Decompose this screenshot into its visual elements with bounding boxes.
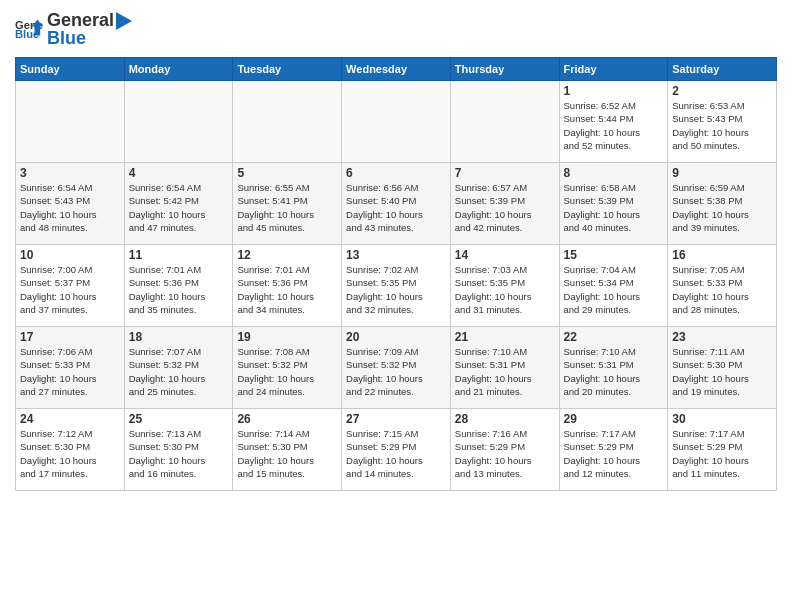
day-info: Sunrise: 6:53 AM Sunset: 5:43 PM Dayligh… <box>672 99 772 152</box>
day-cell: 25Sunrise: 7:13 AM Sunset: 5:30 PM Dayli… <box>124 409 233 491</box>
day-info: Sunrise: 7:08 AM Sunset: 5:32 PM Dayligh… <box>237 345 337 398</box>
page-container: General Blue General Blue SundayMonda <box>0 0 792 496</box>
day-cell: 7Sunrise: 6:57 AM Sunset: 5:39 PM Daylig… <box>450 163 559 245</box>
weekday-header-thursday: Thursday <box>450 58 559 81</box>
day-number: 26 <box>237 412 337 426</box>
day-cell: 12Sunrise: 7:01 AM Sunset: 5:36 PM Dayli… <box>233 245 342 327</box>
day-info: Sunrise: 7:17 AM Sunset: 5:29 PM Dayligh… <box>564 427 664 480</box>
day-number: 30 <box>672 412 772 426</box>
day-cell: 10Sunrise: 7:00 AM Sunset: 5:37 PM Dayli… <box>16 245 125 327</box>
day-cell: 29Sunrise: 7:17 AM Sunset: 5:29 PM Dayli… <box>559 409 668 491</box>
weekday-header-row: SundayMondayTuesdayWednesdayThursdayFrid… <box>16 58 777 81</box>
day-cell: 2Sunrise: 6:53 AM Sunset: 5:43 PM Daylig… <box>668 81 777 163</box>
day-cell: 4Sunrise: 6:54 AM Sunset: 5:42 PM Daylig… <box>124 163 233 245</box>
day-cell: 6Sunrise: 6:56 AM Sunset: 5:40 PM Daylig… <box>342 163 451 245</box>
day-cell <box>124 81 233 163</box>
day-info: Sunrise: 7:03 AM Sunset: 5:35 PM Dayligh… <box>455 263 555 316</box>
day-info: Sunrise: 6:55 AM Sunset: 5:41 PM Dayligh… <box>237 181 337 234</box>
day-info: Sunrise: 6:54 AM Sunset: 5:42 PM Dayligh… <box>129 181 229 234</box>
day-info: Sunrise: 7:17 AM Sunset: 5:29 PM Dayligh… <box>672 427 772 480</box>
day-info: Sunrise: 6:56 AM Sunset: 5:40 PM Dayligh… <box>346 181 446 234</box>
day-cell: 28Sunrise: 7:16 AM Sunset: 5:29 PM Dayli… <box>450 409 559 491</box>
day-cell: 18Sunrise: 7:07 AM Sunset: 5:32 PM Dayli… <box>124 327 233 409</box>
day-cell: 19Sunrise: 7:08 AM Sunset: 5:32 PM Dayli… <box>233 327 342 409</box>
day-cell: 20Sunrise: 7:09 AM Sunset: 5:32 PM Dayli… <box>342 327 451 409</box>
day-cell: 26Sunrise: 7:14 AM Sunset: 5:30 PM Dayli… <box>233 409 342 491</box>
day-info: Sunrise: 6:52 AM Sunset: 5:44 PM Dayligh… <box>564 99 664 152</box>
day-info: Sunrise: 7:07 AM Sunset: 5:32 PM Dayligh… <box>129 345 229 398</box>
day-info: Sunrise: 7:16 AM Sunset: 5:29 PM Dayligh… <box>455 427 555 480</box>
day-number: 21 <box>455 330 555 344</box>
day-number: 28 <box>455 412 555 426</box>
day-info: Sunrise: 7:13 AM Sunset: 5:30 PM Dayligh… <box>129 427 229 480</box>
day-number: 1 <box>564 84 664 98</box>
day-number: 12 <box>237 248 337 262</box>
day-number: 20 <box>346 330 446 344</box>
day-number: 10 <box>20 248 120 262</box>
day-cell: 22Sunrise: 7:10 AM Sunset: 5:31 PM Dayli… <box>559 327 668 409</box>
day-info: Sunrise: 7:02 AM Sunset: 5:35 PM Dayligh… <box>346 263 446 316</box>
day-cell: 3Sunrise: 6:54 AM Sunset: 5:43 PM Daylig… <box>16 163 125 245</box>
weekday-header-saturday: Saturday <box>668 58 777 81</box>
day-cell: 21Sunrise: 7:10 AM Sunset: 5:31 PM Dayli… <box>450 327 559 409</box>
day-info: Sunrise: 7:06 AM Sunset: 5:33 PM Dayligh… <box>20 345 120 398</box>
day-info: Sunrise: 7:09 AM Sunset: 5:32 PM Dayligh… <box>346 345 446 398</box>
day-cell: 23Sunrise: 7:11 AM Sunset: 5:30 PM Dayli… <box>668 327 777 409</box>
week-row-3: 10Sunrise: 7:00 AM Sunset: 5:37 PM Dayli… <box>16 245 777 327</box>
day-number: 4 <box>129 166 229 180</box>
day-number: 17 <box>20 330 120 344</box>
day-cell: 9Sunrise: 6:59 AM Sunset: 5:38 PM Daylig… <box>668 163 777 245</box>
day-number: 9 <box>672 166 772 180</box>
day-cell: 1Sunrise: 6:52 AM Sunset: 5:44 PM Daylig… <box>559 81 668 163</box>
logo: General Blue General Blue <box>15 10 134 49</box>
day-number: 23 <box>672 330 772 344</box>
day-number: 2 <box>672 84 772 98</box>
week-row-4: 17Sunrise: 7:06 AM Sunset: 5:33 PM Dayli… <box>16 327 777 409</box>
day-info: Sunrise: 7:04 AM Sunset: 5:34 PM Dayligh… <box>564 263 664 316</box>
day-number: 27 <box>346 412 446 426</box>
day-number: 3 <box>20 166 120 180</box>
day-info: Sunrise: 7:12 AM Sunset: 5:30 PM Dayligh… <box>20 427 120 480</box>
day-info: Sunrise: 6:59 AM Sunset: 5:38 PM Dayligh… <box>672 181 772 234</box>
day-info: Sunrise: 7:05 AM Sunset: 5:33 PM Dayligh… <box>672 263 772 316</box>
week-row-5: 24Sunrise: 7:12 AM Sunset: 5:30 PM Dayli… <box>16 409 777 491</box>
logo-triangle <box>114 10 134 32</box>
day-info: Sunrise: 7:11 AM Sunset: 5:30 PM Dayligh… <box>672 345 772 398</box>
day-cell: 24Sunrise: 7:12 AM Sunset: 5:30 PM Dayli… <box>16 409 125 491</box>
day-number: 14 <box>455 248 555 262</box>
day-cell: 13Sunrise: 7:02 AM Sunset: 5:35 PM Dayli… <box>342 245 451 327</box>
week-row-2: 3Sunrise: 6:54 AM Sunset: 5:43 PM Daylig… <box>16 163 777 245</box>
weekday-header-tuesday: Tuesday <box>233 58 342 81</box>
day-cell: 8Sunrise: 6:58 AM Sunset: 5:39 PM Daylig… <box>559 163 668 245</box>
day-info: Sunrise: 6:57 AM Sunset: 5:39 PM Dayligh… <box>455 181 555 234</box>
day-number: 22 <box>564 330 664 344</box>
day-number: 18 <box>129 330 229 344</box>
calendar-table: SundayMondayTuesdayWednesdayThursdayFrid… <box>15 57 777 491</box>
day-cell: 15Sunrise: 7:04 AM Sunset: 5:34 PM Dayli… <box>559 245 668 327</box>
day-number: 25 <box>129 412 229 426</box>
day-cell: 27Sunrise: 7:15 AM Sunset: 5:29 PM Dayli… <box>342 409 451 491</box>
weekday-header-monday: Monday <box>124 58 233 81</box>
day-number: 24 <box>20 412 120 426</box>
day-number: 13 <box>346 248 446 262</box>
day-cell: 16Sunrise: 7:05 AM Sunset: 5:33 PM Dayli… <box>668 245 777 327</box>
header-area: General Blue General Blue <box>15 10 777 49</box>
day-info: Sunrise: 7:00 AM Sunset: 5:37 PM Dayligh… <box>20 263 120 316</box>
day-number: 16 <box>672 248 772 262</box>
day-info: Sunrise: 7:15 AM Sunset: 5:29 PM Dayligh… <box>346 427 446 480</box>
day-number: 5 <box>237 166 337 180</box>
day-cell: 17Sunrise: 7:06 AM Sunset: 5:33 PM Dayli… <box>16 327 125 409</box>
day-cell: 30Sunrise: 7:17 AM Sunset: 5:29 PM Dayli… <box>668 409 777 491</box>
day-number: 19 <box>237 330 337 344</box>
day-cell <box>233 81 342 163</box>
day-info: Sunrise: 6:58 AM Sunset: 5:39 PM Dayligh… <box>564 181 664 234</box>
day-info: Sunrise: 7:14 AM Sunset: 5:30 PM Dayligh… <box>237 427 337 480</box>
day-cell: 11Sunrise: 7:01 AM Sunset: 5:36 PM Dayli… <box>124 245 233 327</box>
day-cell <box>16 81 125 163</box>
day-info: Sunrise: 7:01 AM Sunset: 5:36 PM Dayligh… <box>237 263 337 316</box>
day-number: 7 <box>455 166 555 180</box>
logo-icon: General Blue <box>15 16 43 44</box>
day-info: Sunrise: 7:10 AM Sunset: 5:31 PM Dayligh… <box>564 345 664 398</box>
day-cell: 5Sunrise: 6:55 AM Sunset: 5:41 PM Daylig… <box>233 163 342 245</box>
day-info: Sunrise: 7:01 AM Sunset: 5:36 PM Dayligh… <box>129 263 229 316</box>
